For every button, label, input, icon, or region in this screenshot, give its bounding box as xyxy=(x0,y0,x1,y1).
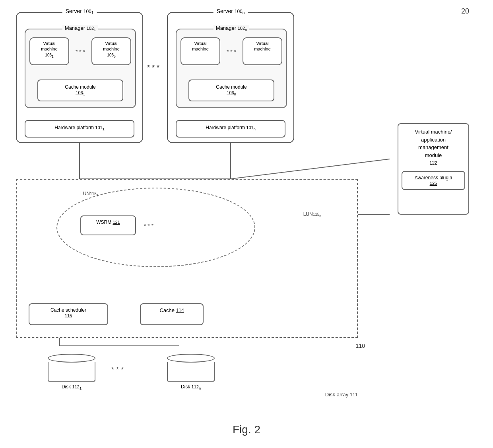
vm-mgmt-box: Virtual machine/applicationmanagementmod… xyxy=(398,123,469,215)
lun-a-label: LUN1151 xyxy=(80,191,98,197)
awareness-plugin-box: Awareness plugin 125 xyxy=(402,171,465,190)
cache-scheduler-box: Cache scheduler115 xyxy=(29,303,108,325)
figure-label: Fig. 2 xyxy=(233,423,260,436)
disk-dots: * * * xyxy=(111,366,124,374)
cache-label: Cache 114 xyxy=(141,307,203,313)
vm-b1-box: Virtualmachine xyxy=(181,37,220,65)
lun-b-label: LUN115n xyxy=(303,211,321,218)
hw-platform-a-label: Hardware platform 1011 xyxy=(29,125,130,131)
lun-dots: * * * xyxy=(144,223,153,229)
vm-b2-box: Virtualmachine xyxy=(243,37,282,65)
vm-b2-label: Virtualmachine xyxy=(245,41,280,52)
vm-a2-label: Virtualmachine103b xyxy=(94,41,129,58)
server-a-label: Server 1001 xyxy=(62,8,97,15)
awareness-plugin-label: Awareness plugin 125 xyxy=(405,175,462,186)
svg-line-5 xyxy=(231,159,390,179)
hw-platform-a-box: Hardware platform 1011 xyxy=(25,120,134,138)
disk-b: Disk 112n xyxy=(167,354,215,390)
disk-b-body xyxy=(167,362,215,382)
manager-b-box: Manager 102n Virtualmachine Virtualmachi… xyxy=(176,29,287,108)
disk-b-top xyxy=(167,354,215,363)
vm-a1-box: Virtualmachine1031 xyxy=(29,37,69,65)
disk-b-label: Disk 112n xyxy=(167,384,215,390)
manager-b-label: Manager 102n xyxy=(214,25,249,32)
vm-dots-a: * * * xyxy=(76,48,85,55)
cache-scheduler-label: Cache scheduler115 xyxy=(29,307,107,318)
disk-array-label: Disk array 111 xyxy=(325,392,358,398)
disk-a: Disk 1121 xyxy=(48,354,95,390)
vm-b1-label: Virtualmachine xyxy=(183,41,218,52)
hw-platform-b-box: Hardware platform 101n xyxy=(176,120,285,138)
hw-platform-b-label: Hardware platform 101n xyxy=(180,125,281,131)
cache-module-b-label: Cache module106n xyxy=(191,84,272,96)
diagram-container: 20 Server 1001 Manager 1021 Virtualmachi… xyxy=(0,0,493,448)
diagram-number: 20 xyxy=(461,7,469,16)
vm-dots-b: * * * xyxy=(227,48,236,55)
manager-a-box: Manager 1021 Virtualmachine1031 Virtualm… xyxy=(25,29,136,108)
cache-module-a-label: Cache module1061 xyxy=(40,84,121,96)
storage-system-box: 110 LUN1151 LUN115n WSRM 121 * * * Cache… xyxy=(16,179,358,338)
storage-system-ref: 110 xyxy=(356,343,365,349)
vm-a2-box: Virtualmachine103b xyxy=(91,37,131,65)
cache-box: Cache 114 xyxy=(140,303,204,325)
wsrm-label: WSRM 121 xyxy=(81,219,135,225)
disk-a-body xyxy=(48,362,95,382)
server-a-ref: 1001 xyxy=(83,9,94,14)
server-dots: * * * xyxy=(147,64,159,72)
server-b-box: Server 100n Manager 102n Virtualmachine … xyxy=(167,12,294,143)
disk-a-top xyxy=(48,354,95,363)
manager-a-label: Manager 1021 xyxy=(62,25,98,32)
wsrm-box: WSRM 121 xyxy=(80,215,136,235)
cache-module-b-box: Cache module106n xyxy=(188,80,274,101)
disk-a-label: Disk 1121 xyxy=(48,384,95,390)
vm-mgmt-label: Virtual machine/applicationmanagementmod… xyxy=(402,128,465,167)
server-b-label: Server 100n xyxy=(214,8,248,15)
server-a-box: Server 1001 Manager 1021 Virtualmachine1… xyxy=(16,12,143,143)
vm-a1-label: Virtualmachine1031 xyxy=(32,41,67,58)
cache-module-a-box: Cache module1061 xyxy=(37,80,123,101)
disk-array-area: Disk array 111 Disk 1121 * * * Disk 112n xyxy=(16,350,358,398)
